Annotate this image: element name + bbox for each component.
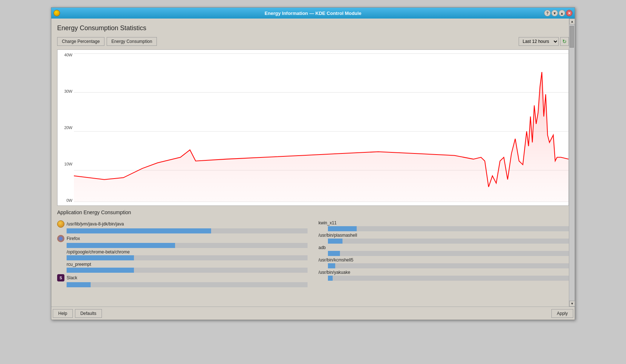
list-item: Firefox — [57, 235, 308, 248]
titlebar: Energy Information — KDE Control Module … — [51, 8, 575, 19]
apply-button[interactable]: Apply — [551, 309, 573, 318]
yaxis-label-0: 0W — [59, 198, 72, 203]
yaxis-label-10: 10W — [59, 162, 72, 166]
app-icon — [54, 10, 60, 16]
list-item: /opt/google/chrome-beta/chrome — [57, 249, 308, 260]
app-name: /usr/lib/jvm/java-8-jdk/bin/java — [67, 221, 124, 227]
toolbar-right: Last 12 hours Last 1 hour Last 2 hours L… — [519, 37, 569, 46]
list-item: /usr/bin/yakuake — [318, 270, 569, 281]
app-bar-fill — [328, 263, 335, 268]
page-title: Energy Consumption Statistics — [57, 24, 569, 32]
app-section-title: Application Energy Consumption — [57, 209, 569, 215]
refresh-button[interactable]: ↻ — [560, 37, 569, 46]
app-name: Firefox — [67, 236, 80, 241]
chart-plot-area — [74, 50, 568, 205]
app-bar-fill — [67, 282, 91, 287]
close-button[interactable]: ✕ — [566, 10, 572, 16]
java-icon — [57, 220, 64, 228]
app-bar-fill — [67, 255, 134, 260]
scrollbar-up-button[interactable]: ▲ — [569, 19, 575, 24]
list-item: rcu_preempt — [57, 262, 308, 273]
app-name: Slack — [67, 275, 77, 280]
yaxis-label-20: 20W — [59, 125, 72, 130]
slack-icon: S — [57, 274, 64, 281]
app-name: /usr/bin/kcmshell5 — [318, 257, 353, 263]
chart-svg — [74, 50, 568, 205]
restore-button[interactable]: ▲ — [559, 10, 565, 16]
tab-charge-percentage[interactable]: Charge Percentage — [57, 37, 104, 46]
minimize-button[interactable]: ▼ — [551, 10, 558, 16]
energy-chart: 40W 30W 20W 10W 0W — [57, 49, 569, 206]
list-item: kwin_x11 — [318, 220, 569, 231]
list-item: /usr/bin/kcmshell5 — [318, 257, 569, 268]
window-title: Energy Information — KDE Control Module — [265, 11, 361, 16]
app-bar-fill — [328, 251, 340, 256]
list-item: /usr/lib/jvm/java-8-jdk/bin/java — [57, 220, 308, 233]
list-item: adb — [318, 245, 569, 256]
defaults-button[interactable]: Defaults — [75, 309, 102, 318]
app-bar-bg — [328, 263, 569, 268]
app-name: rcu_preempt — [67, 262, 91, 267]
tab-energy-consumption[interactable]: Energy Consumption — [107, 37, 157, 46]
scrollbar[interactable]: ▲ ▼ — [569, 19, 575, 307]
app-list-left: /usr/lib/jvm/java-8-jdk/bin/java Firefox — [57, 220, 308, 287]
window-controls: ? ▼ ▲ ✕ — [544, 10, 572, 16]
list-item: S Slack — [57, 274, 308, 287]
help-footer-button[interactable]: Help — [53, 309, 73, 318]
toolbar: Charge Percentage Energy Consumption Las… — [57, 37, 569, 46]
app-name: adb — [318, 245, 326, 250]
app-bar-bg — [328, 226, 569, 231]
footer-right: Apply — [551, 309, 573, 318]
app-bar-fill — [328, 239, 342, 244]
app-bar-bg — [67, 243, 308, 248]
app-bar-bg — [328, 239, 569, 244]
time-filter-select[interactable]: Last 12 hours Last 1 hour Last 2 hours L… — [519, 37, 559, 46]
yaxis-label-30: 30W — [59, 89, 72, 93]
app-bar-bg — [328, 276, 569, 281]
chart-yaxis: 40W 30W 20W 10W 0W — [58, 50, 74, 205]
footer-bar: Help Defaults Apply — [51, 307, 575, 320]
app-list: /usr/lib/jvm/java-8-jdk/bin/java Firefox — [57, 220, 569, 287]
firefox-icon — [57, 235, 64, 242]
app-name: kwin_x11 — [318, 220, 337, 225]
app-bar-bg — [67, 228, 308, 233]
app-bar-bg — [67, 255, 308, 260]
scrollbar-down-button[interactable]: ▼ — [569, 301, 575, 307]
yaxis-label-40: 40W — [59, 53, 72, 57]
scrollbar-thumb[interactable] — [570, 26, 574, 48]
app-bar-fill — [67, 268, 134, 273]
app-name: /usr/bin/yakuake — [318, 270, 350, 275]
main-content: Energy Consumption Statistics Charge Per… — [51, 19, 575, 307]
app-bar-bg — [67, 282, 308, 287]
app-bar-bg — [328, 251, 569, 256]
app-name: /opt/google/chrome-beta/chrome — [67, 249, 130, 255]
help-button[interactable]: ? — [544, 10, 551, 16]
app-name: /usr/bin/plasmashell — [318, 233, 357, 238]
app-bar-fill — [67, 228, 211, 233]
app-list-right: kwin_x11 /usr/bin/plasmashell — [318, 220, 569, 287]
app-bar-fill — [328, 226, 357, 231]
app-bar-fill — [67, 243, 175, 248]
app-bar-fill — [328, 276, 333, 281]
list-item: /usr/bin/plasmashell — [318, 233, 569, 244]
app-bar-bg — [67, 268, 308, 273]
